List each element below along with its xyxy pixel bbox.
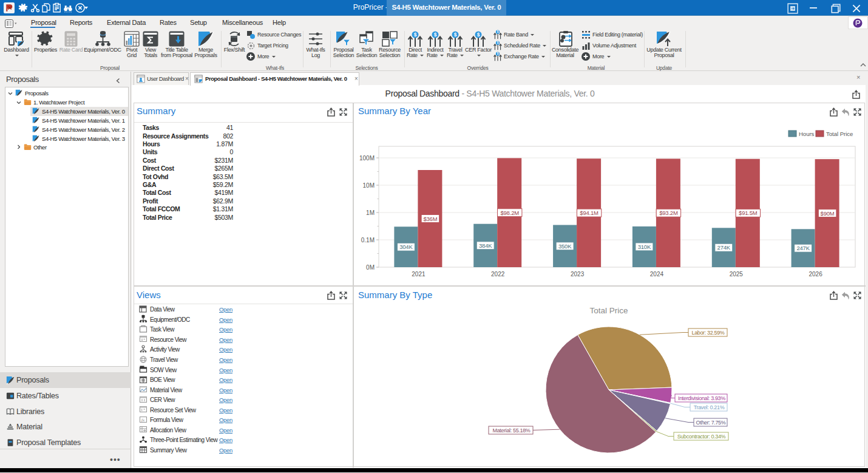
svg-text:0M: 0M <box>366 264 375 271</box>
svg-text:Interdivisional: 3.93%: Interdivisional: 3.93% <box>678 395 725 401</box>
svg-text:Material: 55.18%: Material: 55.18% <box>493 427 531 434</box>
svg-text:$90M: $90M <box>821 210 835 217</box>
svg-text:$93.2M: $93.2M <box>659 209 678 216</box>
svg-text:2021: 2021 <box>412 271 426 277</box>
svg-text:2025: 2025 <box>730 271 744 277</box>
svg-text:100M: 100M <box>359 155 375 162</box>
svg-text:Travel: 0.21%: Travel: 0.21% <box>694 404 725 410</box>
svg-text:Hours: Hours <box>799 131 815 137</box>
svg-text:247K: 247K <box>796 245 810 251</box>
svg-text:$36M: $36M <box>423 216 437 222</box>
svg-text:274K: 274K <box>717 244 731 251</box>
svg-text:2023: 2023 <box>571 271 585 277</box>
svg-text:$98.2M: $98.2M <box>500 209 519 216</box>
svg-text:304K: 304K <box>399 243 413 250</box>
svg-text:Other: 7.75%: Other: 7.75% <box>696 420 726 426</box>
svg-text:2022: 2022 <box>491 271 505 277</box>
svg-text:Total Price: Total Price <box>826 131 853 137</box>
svg-text:1M: 1M <box>366 209 375 216</box>
svg-text:2026: 2026 <box>809 271 822 277</box>
svg-text:0.1M: 0.1M <box>361 237 375 243</box>
svg-text:$91.5M: $91.5M <box>739 209 758 216</box>
svg-text:$94.1M: $94.1M <box>580 209 598 216</box>
svg-text:2024: 2024 <box>650 271 664 277</box>
svg-text:Labor: 32.59%: Labor: 32.59% <box>692 330 725 336</box>
svg-text:384K: 384K <box>479 242 492 249</box>
svg-text:10M: 10M <box>363 182 375 189</box>
svg-text:350K: 350K <box>558 243 572 250</box>
svg-text:310K: 310K <box>638 243 651 250</box>
svg-text:Total Price: Total Price <box>589 306 628 315</box>
svg-text:Subcontractor: 0.34%: Subcontractor: 0.34% <box>677 434 726 440</box>
